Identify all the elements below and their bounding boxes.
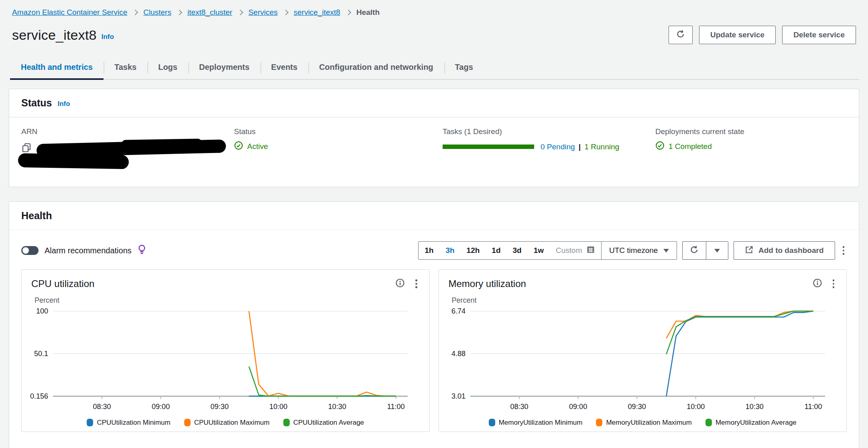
- svg-text:10:00: 10:00: [269, 403, 287, 411]
- title-info-link[interactable]: Info: [102, 33, 114, 41]
- timezone-select[interactable]: UTC timezone: [602, 242, 677, 259]
- memory-chart-legend: MemoryUtilization Minimum MemoryUtilizat…: [439, 419, 847, 427]
- calendar-icon: [586, 245, 595, 256]
- update-service-button[interactable]: Update service: [699, 26, 776, 44]
- health-panel: Health Alarm recommendations 1h 3h 12h 1…: [9, 202, 859, 448]
- chevron-down-icon: [714, 249, 720, 253]
- svg-text:10:00: 10:00: [687, 403, 705, 411]
- tab-health-and-metrics[interactable]: Health and metrics: [10, 58, 104, 79]
- tab-bar: Health and metrics Tasks Logs Deployment…: [10, 58, 859, 80]
- tab-deployments[interactable]: Deployments: [188, 58, 260, 79]
- tab-tasks[interactable]: Tasks: [104, 58, 147, 79]
- refresh-button[interactable]: [669, 26, 693, 44]
- cpu-chart-menu-icon[interactable]: [413, 278, 420, 290]
- time-range-1w[interactable]: 1w: [528, 246, 550, 255]
- alarm-recommendations-toggle[interactable]: [21, 246, 39, 255]
- memory-chart-title: Memory utilization: [449, 278, 526, 289]
- svg-text:11:00: 11:00: [804, 403, 822, 411]
- legend-item[interactable]: CPUUtilization Maximum: [184, 419, 270, 427]
- alarm-recommendations-label: Alarm recommendations: [45, 246, 132, 255]
- legend-item[interactable]: CPUUtilization Minimum: [87, 419, 170, 427]
- success-check-icon: [655, 141, 665, 152]
- deployments-label: Deployments current state: [655, 127, 847, 136]
- svg-text:09:30: 09:30: [211, 403, 229, 411]
- breadcrumb: Amazon Elastic Container Service Cluster…: [0, 0, 868, 17]
- deployments-value: 1 Completed: [669, 142, 712, 151]
- breadcrumb-link-cluster[interactable]: itext8_cluster: [187, 8, 232, 17]
- time-range-custom[interactable]: Custom: [550, 245, 601, 256]
- status-field: Status Active: [234, 127, 443, 175]
- tasks-pending: 0 Pending: [541, 143, 575, 151]
- chevron-right-icon: [177, 10, 182, 15]
- cpu-y-axis-label: Percent: [35, 296, 429, 305]
- svg-text:3.01: 3.01: [451, 392, 465, 400]
- tasks-separator: |: [577, 143, 582, 151]
- deployments-field: Deployments current state 1 Completed: [655, 127, 847, 175]
- arn-field: ARN: [21, 127, 234, 175]
- chevron-right-icon: [346, 10, 351, 15]
- info-icon[interactable]: [813, 278, 822, 289]
- time-range-1d[interactable]: 1d: [486, 246, 506, 255]
- cpu-utilization-card: CPU utilization Percent 0.15650.110008:3…: [21, 269, 430, 432]
- breadcrumb-link-service[interactable]: service_itext8: [294, 8, 340, 17]
- charts-refresh-button[interactable]: [682, 241, 706, 260]
- status-value: Active: [247, 142, 268, 151]
- breadcrumb-current: Health: [356, 8, 380, 17]
- breadcrumb-link-clusters[interactable]: Clusters: [143, 8, 171, 17]
- svg-text:09:30: 09:30: [628, 403, 646, 411]
- copy-icon[interactable]: [21, 143, 32, 155]
- tab-logs[interactable]: Logs: [147, 58, 188, 79]
- tab-events[interactable]: Events: [260, 58, 309, 79]
- legend-item[interactable]: MemoryUtilization Maximum: [596, 419, 691, 427]
- legend-item[interactable]: CPUUtilization Average: [283, 419, 364, 427]
- add-to-dashboard-button[interactable]: Add to dashboard: [734, 241, 835, 260]
- breadcrumb-link-ecs[interactable]: Amazon Elastic Container Service: [12, 8, 127, 17]
- svg-text:10:30: 10:30: [328, 403, 346, 411]
- svg-text:10:30: 10:30: [745, 403, 763, 411]
- info-icon[interactable]: [395, 278, 405, 289]
- page-title: service_itext8: [12, 27, 97, 43]
- svg-text:0.156: 0.156: [30, 392, 48, 400]
- breadcrumb-link-services[interactable]: Services: [248, 8, 278, 17]
- time-range-1h[interactable]: 1h: [419, 246, 439, 255]
- time-range-3d[interactable]: 3d: [507, 246, 528, 255]
- legend-item[interactable]: MemoryUtilization Minimum: [489, 419, 583, 427]
- external-link-icon: [745, 245, 754, 256]
- status-label: Status: [234, 127, 443, 136]
- legend-item[interactable]: MemoryUtilization Average: [705, 419, 797, 427]
- svg-text:08:30: 08:30: [93, 403, 111, 411]
- cpu-utilization-chart: 0.15650.110008:3009:0009:3010:0010:3011:…: [22, 305, 417, 418]
- memory-chart-menu-icon[interactable]: [830, 278, 837, 290]
- time-range-control: 1h 3h 12h 1d 3d 1w Custom UTC timezone: [418, 241, 677, 260]
- tasks-progress-bar: [443, 145, 534, 149]
- tasks-running: 1 Running: [584, 143, 619, 151]
- memory-utilization-card: Memory utilization Percent 3.014.886.740…: [439, 269, 847, 432]
- arn-label: ARN: [21, 127, 234, 136]
- tab-tags[interactable]: Tags: [444, 58, 484, 79]
- svg-text:4.88: 4.88: [451, 349, 465, 357]
- svg-text:50.1: 50.1: [34, 349, 48, 357]
- page-header: service_itext8 Info Update service Delet…: [0, 17, 868, 44]
- cpu-chart-title: CPU utilization: [31, 278, 94, 289]
- lightbulb-icon[interactable]: [138, 244, 146, 257]
- delete-service-button[interactable]: Delete service: [782, 26, 856, 44]
- svg-text:11:00: 11:00: [387, 403, 405, 411]
- time-range-12h[interactable]: 12h: [461, 246, 486, 255]
- refresh-options-button[interactable]: [706, 241, 728, 260]
- time-range-3h[interactable]: 3h: [439, 246, 460, 255]
- svg-text:6.74: 6.74: [451, 307, 465, 315]
- chevron-right-icon: [132, 10, 138, 15]
- health-panel-title: Health: [21, 210, 52, 222]
- svg-text:100: 100: [36, 307, 48, 315]
- tasks-label: Tasks (1 Desired): [443, 127, 655, 136]
- status-info-link[interactable]: Info: [57, 100, 70, 108]
- redacted-arn-value: [18, 153, 129, 169]
- success-check-icon: [234, 141, 243, 152]
- status-panel: Status Info ARN Status Active: [9, 89, 859, 187]
- tab-configuration-and-networking[interactable]: Configuration and networking: [308, 58, 444, 79]
- svg-text:09:00: 09:00: [569, 403, 587, 411]
- memory-utilization-chart: 3.014.886.7408:3009:0009:3010:0010:3011:…: [439, 305, 835, 418]
- refresh-icon: [676, 29, 685, 41]
- health-overflow-menu-icon[interactable]: [840, 244, 847, 257]
- tasks-field: Tasks (1 Desired) 0 Pending | 1 Running: [443, 127, 655, 175]
